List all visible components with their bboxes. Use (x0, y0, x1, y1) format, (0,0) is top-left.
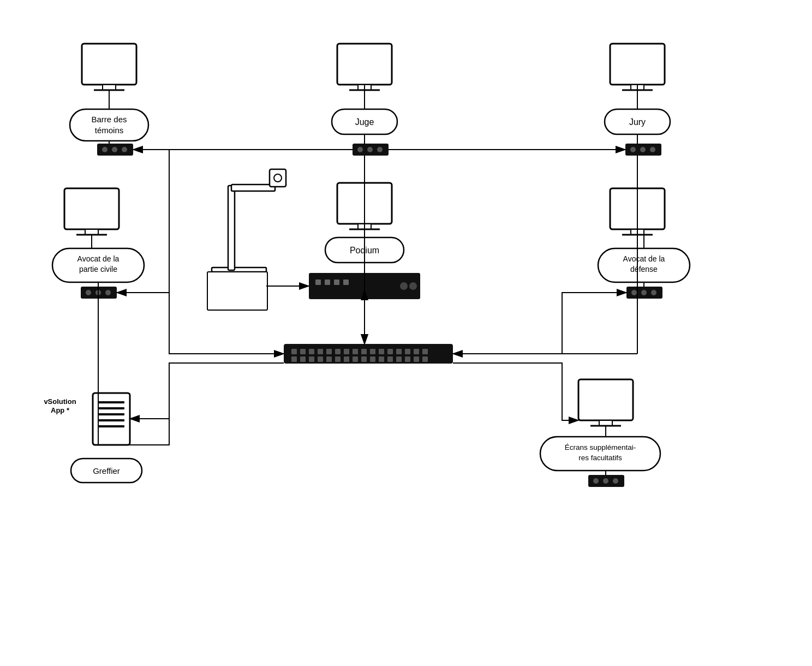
ms-port4 (318, 349, 323, 354)
switch-ac-port1 (86, 290, 91, 295)
ms-port5 (326, 349, 332, 354)
switch-ac-port3 (105, 290, 111, 295)
switch-ad-port2 (641, 290, 647, 295)
ms-port9 (361, 349, 367, 354)
ms-port12 (387, 349, 393, 354)
ms-port29 (396, 356, 402, 362)
rack-led1 (400, 282, 408, 290)
label-avocat-defense-line2: défense (630, 265, 658, 273)
ms-port18 (300, 356, 306, 362)
ms-port2 (300, 349, 306, 354)
tower-line2 (98, 407, 124, 409)
label-juge: Juge (355, 117, 374, 127)
ms-port17 (291, 356, 297, 362)
ms-port1 (291, 349, 297, 354)
ms-port10 (370, 349, 375, 354)
switch-juge-port1 (357, 147, 363, 152)
switch-jury-port2 (640, 147, 646, 152)
ms-port27 (379, 356, 384, 362)
doc-cam-lens (274, 174, 282, 182)
rack-port1 (315, 280, 321, 285)
doc-cam-base (212, 267, 266, 272)
tower-line1 (98, 401, 124, 403)
ms-port28 (387, 356, 393, 362)
switch-jury-port3 (650, 147, 655, 152)
doc-cam-arm-horizontal (231, 185, 275, 191)
switch-juge-port2 (367, 147, 373, 152)
label-vsolution-line1: vSolution (44, 397, 76, 406)
label-vsolution-line2: App * (51, 406, 70, 414)
ms-port19 (309, 356, 314, 362)
label-barre-temoins-line2: témoins (95, 126, 124, 135)
label-avocat-civile-line2: partie civile (79, 265, 117, 273)
switch-bt-port2 (112, 147, 117, 152)
switch-e-port1 (593, 478, 599, 484)
switch-ad-port3 (651, 290, 656, 295)
ms-port32 (422, 356, 428, 362)
ms-port16 (422, 349, 428, 354)
ms-port14 (405, 349, 410, 354)
ms-port22 (335, 356, 341, 362)
tower-line4 (98, 419, 124, 421)
switch-jury-port1 (630, 147, 636, 152)
label-ecrans-line1: Écrans supplémentai- (565, 443, 636, 451)
rack-led2 (409, 282, 417, 290)
rack-port3 (334, 280, 339, 285)
monitor-avocat-civile (64, 188, 119, 229)
switch-ad-port1 (631, 290, 637, 295)
label-avocat-defense-line1: Avocat de la (623, 254, 665, 263)
switch-juge-port3 (377, 147, 383, 152)
ms-port15 (414, 349, 419, 354)
ms-port23 (344, 356, 349, 362)
ms-port31 (414, 356, 419, 362)
ms-port7 (344, 349, 349, 354)
tower-line5 (98, 425, 124, 427)
conn-main-to-greffier (130, 363, 284, 419)
conn-main-to-ecrans (453, 363, 578, 420)
ms-port26 (370, 356, 375, 362)
ms-port30 (405, 356, 410, 362)
ms-port8 (353, 349, 358, 354)
switch-e-port3 (613, 478, 618, 484)
switch-bt-port3 (122, 147, 127, 152)
rack-port4 (343, 280, 349, 285)
ms-port24 (353, 356, 358, 362)
monitor-barre-temoins (82, 44, 136, 85)
label-jury: Jury (629, 117, 646, 127)
diagram-container: Barre des témoins Juge Jury Avocat de la… (0, 0, 812, 666)
label-avocat-civile-line1: Avocat de la (77, 254, 120, 263)
conn-main-to-ad (453, 293, 626, 354)
label-barre-temoins-line1: Barre des (91, 115, 127, 124)
switch-bt-port1 (102, 147, 108, 152)
ms-port20 (318, 356, 323, 362)
ms-port13 (396, 349, 402, 354)
tower-line3 (98, 413, 124, 415)
doc-cam-paper (207, 272, 267, 310)
ms-port3 (309, 349, 314, 354)
doc-cam-arm-vertical (228, 186, 235, 270)
ms-port21 (326, 356, 332, 362)
label-ecrans-line2: res facultatifs (578, 454, 622, 462)
monitor-ecrans (578, 379, 633, 420)
switch-e-port2 (603, 478, 608, 484)
ms-port25 (361, 356, 367, 362)
rack-port2 (325, 280, 330, 285)
pill-barre-temoins (70, 109, 148, 141)
label-greffier: Greffier (93, 466, 120, 475)
conn-bt-to-main (133, 150, 284, 354)
ms-port11 (379, 349, 384, 354)
monitor-jury (610, 44, 665, 85)
ms-port6 (335, 349, 341, 354)
diagram-svg: Barre des témoins Juge Jury Avocat de la… (0, 0, 812, 666)
monitor-juge (337, 44, 392, 85)
